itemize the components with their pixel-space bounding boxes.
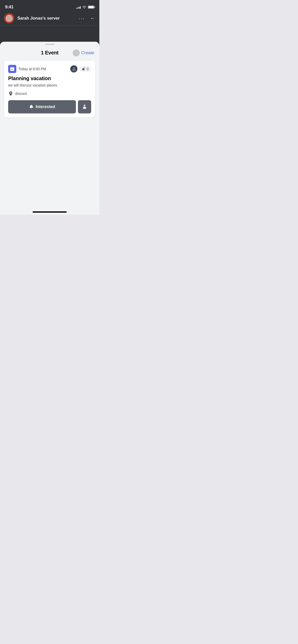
attendee-count-badge[interactable]: 0 [79, 66, 91, 72]
action-buttons-row: Interested [8, 100, 91, 113]
home-indicator [33, 211, 67, 213]
svg-rect-4 [11, 69, 12, 70]
location-icon [8, 91, 13, 96]
svg-rect-1 [10, 67, 14, 69]
share-button[interactable] [78, 100, 91, 113]
event-title: Planning vacation [8, 76, 91, 81]
sheet-handle [45, 44, 54, 45]
create-button-label: Create [81, 50, 94, 55]
event-description: we will discuss vacation places [8, 83, 91, 88]
event-meta: 0 [70, 65, 91, 72]
attendee-avatar [70, 65, 77, 72]
calendar-icon [8, 65, 16, 73]
svg-point-6 [73, 67, 75, 69]
create-avatar [73, 49, 80, 56]
event-time: Today at 8:00 PM [18, 67, 46, 71]
svg-rect-5 [12, 69, 13, 70]
svg-point-7 [83, 68, 84, 69]
sheet-header: 1 Event Create [0, 50, 99, 61]
attendee-count: 0 [87, 67, 89, 71]
interested-button-label: Interested [36, 105, 55, 109]
sheet-title: 1 Event [41, 50, 58, 56]
event-header-row: Today at 8:00 PM [8, 65, 91, 73]
share-icon [82, 104, 87, 109]
event-location-text: discord [15, 92, 27, 96]
event-location: discord [8, 91, 91, 96]
svg-point-8 [84, 68, 85, 69]
event-card: Today at 8:00 PM [4, 61, 95, 118]
attendees-icon [82, 67, 86, 71]
create-button[interactable]: Create [73, 49, 94, 56]
bottom-sheet: 1 Event Create [0, 42, 99, 215]
event-time-container: Today at 8:00 PM [8, 65, 46, 73]
bottom-sheet-overlay: 1 Event Create [0, 0, 99, 215]
interested-button[interactable]: Interested [8, 100, 76, 113]
bell-icon [29, 105, 34, 109]
